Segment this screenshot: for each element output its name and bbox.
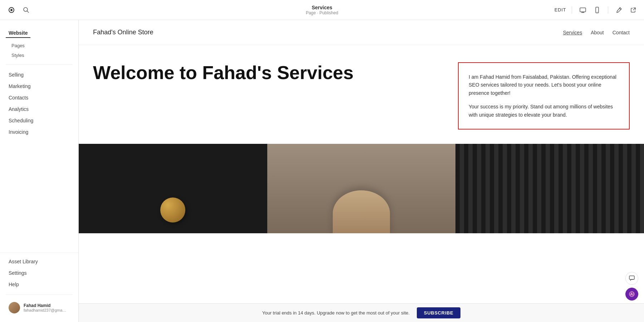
hero-text: Welcome to Fahad's Services: [93, 62, 444, 84]
svg-point-9: [597, 11, 597, 12]
gallery: [79, 144, 644, 233]
svg-rect-12: [629, 276, 634, 279]
sidebar-divider-1: [6, 64, 73, 65]
sidebar-item-styles[interactable]: Styles: [6, 50, 73, 60]
sidebar-item-analytics[interactable]: Analytics: [6, 103, 73, 115]
hero-paragraph-2: Your success is my priority. Stand out a…: [469, 103, 619, 119]
brush-icon-button[interactable]: [614, 5, 624, 15]
desktop-view-button[interactable]: [578, 5, 588, 15]
preview-frame: Fahad's Online Store Services About Cont…: [79, 20, 644, 303]
ornament-decoration: [160, 197, 185, 223]
topbar-divider-2: [608, 6, 608, 14]
sidebar-item-settings[interactable]: Settings: [6, 267, 73, 279]
sidebar-website-label: Website: [6, 27, 73, 41]
canvas-area: Fahad's Online Store Services About Cont…: [79, 20, 644, 322]
main-layout: Website Pages Styles Selling Marketing C…: [0, 20, 644, 322]
avatar-image: [9, 302, 20, 313]
user-text: Fahad Hamid fahadhamid237@gmail...: [24, 303, 67, 312]
sidebar-item-invoicing[interactable]: Invoicing: [6, 126, 73, 138]
bottom-right-icons: AI: [625, 272, 638, 301]
svg-rect-4: [580, 8, 586, 12]
chair-shape: [333, 190, 390, 233]
edit-button[interactable]: EDIT: [555, 7, 566, 13]
search-button[interactable]: [23, 7, 29, 13]
sidebar-sub-items: Pages Styles: [6, 41, 73, 60]
site-title: Fahad's Online Store: [93, 29, 153, 36]
user-email: fahadhamid237@gmail...: [24, 308, 67, 312]
svg-line-10: [619, 8, 621, 10]
sidebar-item-pages[interactable]: Pages: [6, 41, 73, 50]
user-name: Fahad Hamid: [24, 303, 67, 308]
sidebar: Website Pages Styles Selling Marketing C…: [0, 20, 79, 322]
nav-link-services[interactable]: Services: [563, 30, 582, 35]
hero-paragraph-1: I am Fahad Hamid from Faisalabad, Pakist…: [469, 73, 619, 97]
sidebar-item-help[interactable]: Help: [6, 279, 73, 290]
gallery-item-3[interactable]: [455, 144, 644, 233]
gallery-item-2[interactable]: [267, 144, 456, 233]
topbar-right: EDIT: [555, 5, 638, 15]
trial-text: Your trial ends in 14 days. Upgrade now …: [262, 310, 410, 316]
mobile-view-button[interactable]: [592, 5, 602, 15]
subscribe-button[interactable]: SUBSCRIBE: [417, 307, 460, 318]
user-info[interactable]: Fahad Hamid fahadhamid237@gmail...: [6, 299, 73, 316]
hero-heading: Welcome to Fahad's Services: [93, 62, 444, 84]
avatar: [9, 302, 20, 313]
sidebar-item-asset-library[interactable]: Asset Library: [6, 256, 73, 267]
nav-link-about[interactable]: About: [591, 30, 604, 35]
trial-bar: Your trial ends in 14 days. Upgrade now …: [79, 303, 644, 322]
svg-line-11: [633, 8, 635, 10]
squarespace-logo[interactable]: [6, 4, 17, 16]
stripe-decoration: [455, 144, 644, 233]
svg-point-1: [10, 9, 13, 11]
sidebar-top: Website Pages Styles Selling Marketing C…: [0, 20, 78, 253]
sidebar-item-selling[interactable]: Selling: [6, 69, 73, 80]
site-nav: Services About Contact: [563, 30, 630, 35]
sidebar-divider-bottom: [6, 294, 73, 295]
site-header: Fahad's Online Store Services About Cont…: [79, 20, 644, 45]
hero-box[interactable]: I am Fahad Hamid from Faisalabad, Pakist…: [458, 62, 630, 130]
page-status-label: Page · Published: [306, 10, 338, 15]
sidebar-item-scheduling[interactable]: Scheduling: [6, 115, 73, 126]
external-link-button[interactable]: [628, 5, 638, 15]
comment-icon-button[interactable]: [625, 272, 638, 285]
topbar-center: Services Page · Published: [306, 5, 338, 15]
page-name-label: Services: [306, 5, 338, 10]
svg-text:AI: AI: [630, 292, 634, 296]
hero-section: Welcome to Fahad's Services I am Fahad H…: [79, 45, 644, 141]
topbar-left: [6, 4, 29, 16]
topbar: Services Page · Published EDIT: [0, 0, 644, 20]
sidebar-item-marketing[interactable]: Marketing: [6, 80, 73, 92]
sidebar-item-contacts[interactable]: Contacts: [6, 92, 73, 103]
topbar-divider: [572, 6, 572, 14]
ai-icon-button[interactable]: AI: [625, 288, 638, 301]
nav-link-contact[interactable]: Contact: [613, 30, 630, 35]
sidebar-bottom: Asset Library Settings Help Fahad Hamid …: [0, 253, 78, 322]
gallery-item-1[interactable]: [79, 144, 267, 233]
svg-line-3: [27, 11, 29, 13]
